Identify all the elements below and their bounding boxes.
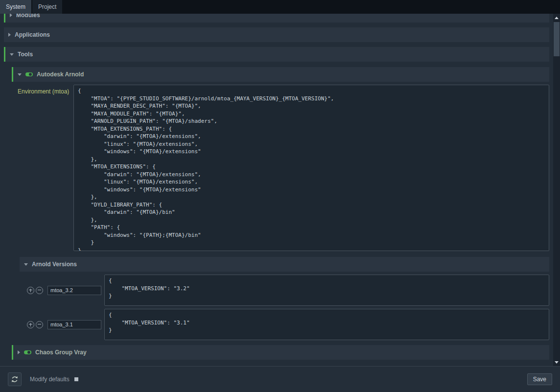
version-json-textarea[interactable]: { "MTOA_VERSION": "3.2" } [104,275,549,306]
arrow-up-icon [555,17,559,19]
version-name-input[interactable] [47,286,101,295]
version-json-textarea[interactable]: { "MTOA_VERSION": "3.1" } [104,309,549,340]
plus-icon [29,290,32,290]
remove-version-button[interactable] [36,321,43,328]
section-label: Tools [18,51,33,58]
scroll-up-button[interactable] [553,14,560,21]
section-label: Modules [16,14,40,19]
settings-window: System Project Modules Applications Tool… [0,0,560,392]
scrollbar-thumb[interactable] [554,22,560,56]
arnold-enabled-toggle[interactable] [25,72,33,76]
arnold-versions-section: Arnold Versions { "MTOA_VERSION": " [20,257,549,340]
section-header-tools[interactable]: Tools [4,47,549,62]
section-label: Arnold Versions [32,261,77,268]
section-header-arnold-versions[interactable]: Arnold Versions [20,257,549,272]
settings-content: Modules Applications Tools Autodesk Arno… [0,14,553,366]
environment-mtoa-textarea[interactable]: { "MTOA": "{PYPE_STUDIO_SOFTWARE}/arnold… [73,85,549,251]
environment-mtoa-label: Environment (mtoa) [12,85,73,251]
section-label: Applications [15,31,50,38]
refresh-button[interactable] [8,372,22,386]
version-row-controls [20,275,101,306]
scrollbar-track[interactable] [553,14,560,366]
add-version-button[interactable] [27,321,34,328]
chevron-right-icon [8,33,11,37]
add-version-button[interactable] [27,287,34,294]
chevron-right-icon [10,14,12,17]
tools-section-body: Autodesk Arnold Environment (mtoa) { "MT… [4,67,549,360]
arrow-down-icon [555,361,559,364]
modify-defaults-checkbox[interactable] [74,377,78,381]
version-row-controls [20,309,101,340]
minus-icon [38,324,41,324]
tab-system[interactable]: System [0,0,31,14]
group-label: Autodesk Arnold [37,71,84,78]
chevron-down-icon [24,263,28,266]
plus-icon-bar [30,289,31,292]
section-header-applications[interactable]: Applications [4,27,549,42]
plus-icon-bar [30,323,31,326]
remove-version-button[interactable] [36,287,43,294]
chevron-down-icon [10,53,14,56]
chevron-down-icon [18,73,22,76]
refresh-icon [11,375,19,383]
group-header-chaos-group-vray[interactable]: Chaos Group Vray [12,345,549,360]
version-name-input[interactable] [47,320,101,329]
group-header-autodesk-arnold[interactable]: Autodesk Arnold [12,67,549,82]
top-tab-bar: System Project [0,0,560,14]
chevron-right-icon [18,350,20,354]
version-row: { "MTOA_VERSION": "3.2" } [20,275,549,306]
version-row: { "MTOA_VERSION": "3.1" } [20,309,549,340]
plus-icon [29,324,32,324]
minus-icon [38,290,41,290]
scroll-down-button[interactable] [553,359,560,366]
footer-bar: Modify defaults Save [0,366,560,392]
modify-defaults-label: Modify defaults [30,376,70,383]
group-label: Chaos Group Vray [35,349,87,356]
save-button[interactable]: Save [527,373,552,385]
environment-row: Environment (mtoa) { "MTOA": "{PYPE_STUD… [12,85,549,251]
tab-project[interactable]: Project [32,0,62,14]
vray-enabled-toggle[interactable] [24,350,31,354]
section-header-modules[interactable]: Modules [4,14,549,23]
